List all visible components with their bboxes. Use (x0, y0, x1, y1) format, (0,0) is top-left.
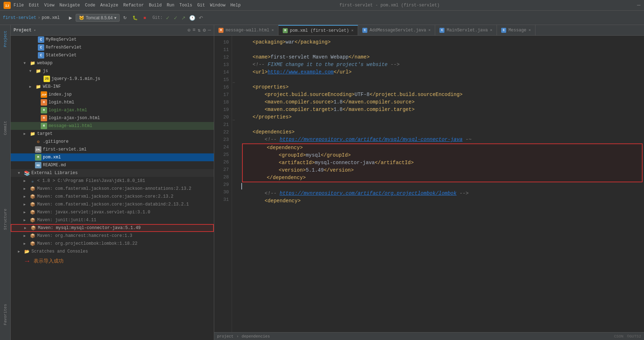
expand-icon[interactable]: ⇅ (198, 27, 201, 33)
breadcrumb-project[interactable]: first-servlet (3, 15, 36, 20)
line-num-18: 18 (214, 98, 229, 106)
tab-message[interactable]: C Message × (497, 25, 535, 35)
menu-help[interactable]: Help (230, 3, 241, 8)
tree-item-extlibs[interactable]: ▼ 📚 External Libraries (11, 169, 214, 177)
reload-button[interactable]: ↻ (121, 14, 129, 22)
project-dropdown-icon[interactable]: ▾ (34, 28, 36, 32)
tab-close-button[interactable]: × (529, 28, 531, 32)
folder-icon: 📁 (35, 83, 41, 90)
tree-label: MyReqServlet (46, 37, 76, 42)
tree-label: RefreshServlet (46, 45, 82, 50)
tree-item-js[interactable]: ▼ 📁 js (11, 67, 214, 75)
run-config-button[interactable]: ▶ (67, 14, 74, 22)
menu-code[interactable]: Code (85, 3, 95, 8)
tree-item-maven4[interactable]: ▶ 📦 Maven: javax.servlet:javax.servlet-a… (11, 208, 214, 216)
menu-window[interactable]: Window (210, 3, 225, 8)
code-gutter: — — (232, 36, 238, 332)
menu-refactor[interactable]: Refactor (123, 3, 144, 8)
tree-item-maven2[interactable]: ▶ 📦 Maven: com.fasterxml.jackson.core:ja… (11, 193, 214, 201)
commit-tab[interactable]: Commit (1, 118, 10, 138)
tree-label: Maven: org.hamcrest:hamcrest-core:1.3 (37, 233, 132, 238)
tree-item-messagewall[interactable]: H message-wall.html (11, 122, 214, 130)
structure-tab[interactable]: Structure (1, 206, 10, 233)
menu-tools[interactable]: Tools (180, 3, 192, 8)
window-title: first-servlet - pom.xml (first-servlet) (339, 3, 440, 8)
tab-close-button[interactable]: × (271, 28, 274, 32)
tree-item-target[interactable]: ▶ 📁 target (11, 130, 214, 138)
tab-close-button[interactable]: × (490, 28, 493, 32)
tab-pomxml[interactable]: M pom.xml (first-servlet) × (278, 25, 358, 35)
tab-mainservlet[interactable]: C MainServlet.java × (435, 25, 497, 35)
tree-item-iml[interactable]: IML first-servlet.iml (11, 146, 214, 153)
tree-item-jdk[interactable]: ▶ ☕ < 1.8 > C:\Program Files\Java\jdk1.8… (11, 177, 214, 185)
tree-item-maven7[interactable]: ▶ 📦 Maven: org.hamcrest:hamcrest-core:1.… (11, 232, 214, 240)
tree-item-loginajaxjson[interactable]: H login-ajax-json.html (11, 114, 214, 122)
menu-navigate[interactable]: Navigate (59, 3, 80, 8)
tree-item-webapp[interactable]: ▼ 📁 webapp (11, 59, 214, 67)
fold-indicator-22[interactable]: — (233, 118, 235, 122)
maven-icon: 📦 (29, 201, 36, 208)
tree-item-webinf[interactable]: ▶ 📁 WEB-INF (11, 83, 214, 91)
git-push-button[interactable]: ↗ (180, 14, 187, 21)
minimize-panel-icon[interactable]: — (208, 27, 211, 33)
tree-item-stateservlet[interactable]: C StateServlet (11, 51, 214, 59)
menu-edit[interactable]: Edit (29, 3, 39, 8)
tree-label: Maven: com.fasterxml.jackson.core:jackso… (37, 202, 189, 207)
scroll-to-source-icon[interactable]: ⊙ (187, 27, 190, 33)
project-toolbar-icons: ⊙ ≡ ⇅ ⚙ — (187, 27, 211, 33)
breadcrumb-file[interactable]: pom.xml (42, 15, 60, 20)
tree-item-loginhtml[interactable]: H login.html (11, 98, 214, 106)
tree-item-myreqservlet[interactable]: C MyReqServlet (11, 36, 214, 44)
tree-item-maven-mysql[interactable]: ▶ 📦 Maven: mysql:mysql-connector-java:5.… (11, 224, 214, 232)
menu-run[interactable]: Run (167, 3, 175, 8)
fold-indicator-16[interactable]: — (233, 81, 235, 85)
tree-item-indexjsp[interactable]: JSP index.jsp (11, 91, 214, 98)
tree-label: Maven: javax.servlet:javax.servlet-api:3… (37, 210, 150, 215)
tree-item-maven8[interactable]: ▶ 📦 Maven: org.projectlombok:lombok:1.18… (11, 240, 214, 248)
tree-label: Maven: com.fasterxml.jackson.core:jackso… (37, 186, 191, 191)
tree-item-scratches[interactable]: ▶ 📂 Scratches and Consoles (11, 248, 214, 255)
menu-build[interactable]: Build (149, 3, 162, 8)
status-breadcrumb1: project (217, 334, 233, 339)
line-num-13: 13 (214, 61, 229, 68)
git-commit-button[interactable]: ✓ (164, 14, 171, 21)
line-num-16: 16 (214, 83, 229, 91)
tomcat-selector[interactable]: 🐱 Tomcat 8.5.64 ▾ (76, 14, 119, 22)
tomcat-label: Tomcat 8.5.64 (86, 15, 112, 20)
favorites-tab[interactable]: Favorites (1, 301, 10, 328)
tree-item-pomxml[interactable]: M pom.xml (11, 153, 214, 161)
menu-view[interactable]: View (44, 3, 55, 8)
tab-close-button[interactable]: × (428, 28, 431, 32)
git-history-button[interactable]: 🕐 (188, 14, 197, 21)
tree-item-jquery[interactable]: JS jquery-1.9.1.min.js (11, 75, 214, 83)
tree-item-maven1[interactable]: ▶ 📦 Maven: com.fasterxml.jackson.core:ja… (11, 185, 214, 193)
tree-item-maven3[interactable]: ▶ 📦 Maven: com.fasterxml.jackson.core:ja… (11, 201, 214, 208)
project-tab[interactable]: Project (1, 28, 10, 50)
code-editor[interactable]: 10 11 12 13 14 15 16 17 18 19 20 21 22 2… (214, 36, 644, 332)
gear-icon[interactable]: ⚙ (203, 27, 206, 33)
tree-item-gitignore[interactable]: ⚙ .gitignore (11, 138, 214, 146)
git-undo-button[interactable]: ↶ (197, 14, 205, 21)
minimize-button[interactable]: — (637, 2, 640, 9)
git-check-button[interactable]: ✓ (172, 14, 179, 21)
tree-item-readme[interactable]: MD README.md (11, 161, 214, 169)
tree-item-loginajax[interactable]: H login-ajax.html (11, 106, 214, 114)
tree-label: Maven: org.projectlombok:lombok:1.18.22 (37, 241, 137, 246)
debug-button[interactable]: 🐛 (130, 14, 140, 22)
tab-addmessage[interactable]: C AddMessageServlet.java × (358, 25, 435, 35)
side-panel-icons: Project Commit Structure Favorites (0, 25, 11, 340)
stop-button[interactable]: ■ (141, 14, 148, 22)
tree-item-maven5[interactable]: ▶ 📦 Maven: junit:junit:4.11 (11, 216, 214, 224)
statusbar: project › dependencies CSON ©GUTS2 (214, 332, 644, 340)
collapse-all-icon[interactable]: ≡ (192, 27, 195, 33)
menu-analyze[interactable]: Analyze (100, 3, 118, 8)
dependency-highlight-box: <dependency> <groupId>mysql</groupId> <a… (242, 143, 643, 182)
menu-file[interactable]: File (14, 3, 24, 8)
tree-item-refreshservlet[interactable]: C RefreshServlet (11, 44, 214, 51)
code-line-28: </dependency> (243, 174, 642, 182)
tab-messagewall[interactable]: H message-wall.html × (214, 25, 278, 35)
toolbar: first-servlet › pom.xml ▶ 🐱 Tomcat 8.5.6… (0, 11, 644, 25)
tab-close-button[interactable]: × (351, 29, 354, 33)
menu-git[interactable]: Git (197, 3, 205, 8)
code-content[interactable]: <packaging>war</packaging> <name>first-s… (238, 36, 644, 332)
